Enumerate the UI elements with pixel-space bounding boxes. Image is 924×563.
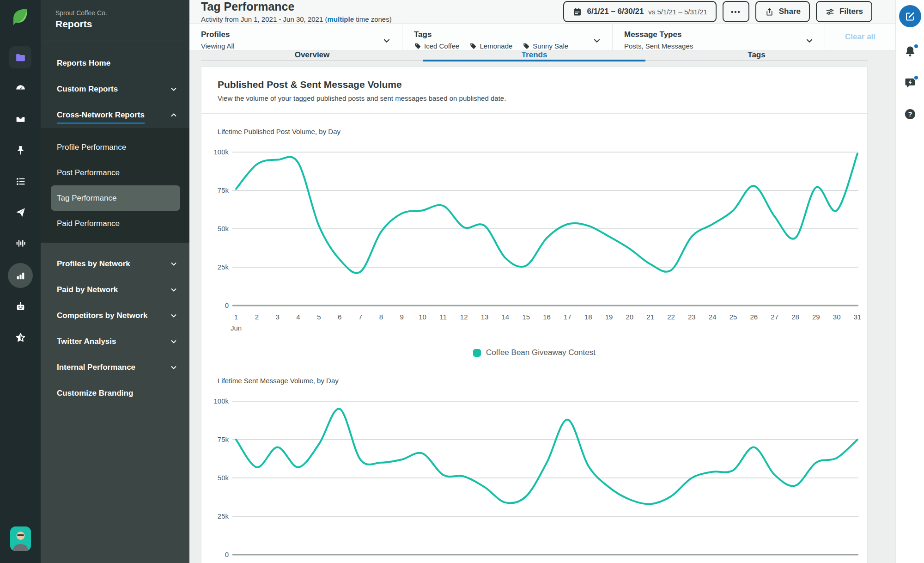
sidebar-item-label: Twitter Analysis — [57, 337, 116, 346]
sidebar-item-paid-performance[interactable]: Paid Performance — [41, 211, 189, 236]
tags-filter-values: Iced CoffeeLemonadeSunny Sale — [414, 42, 575, 50]
multiple-timezones-link[interactable]: multiple — [327, 15, 354, 23]
feedback-bubble-icon[interactable] — [903, 76, 917, 90]
main-content: Tag Performance Activity from Jun 1, 202… — [189, 0, 895, 563]
sidebar-item-label: Customize Branding — [57, 389, 133, 398]
date-range-button[interactable]: 6/1/21 – 6/30/21 vs 5/1/21 – 5/31/21 — [563, 1, 717, 22]
reports-sidenav: Sprout Coffee Co. Reports Reports HomeCu… — [41, 0, 189, 563]
tags-filter-label: Tags — [414, 30, 575, 39]
gauge-icon[interactable] — [9, 77, 31, 99]
tags-filter[interactable]: Tags Iced CoffeeLemonadeSunny Sale — [402, 24, 613, 50]
svg-text:6: 6 — [338, 313, 341, 321]
message-types-filter-value: Posts, Sent Messages — [624, 42, 693, 50]
user-avatar[interactable] — [10, 526, 31, 551]
clear-all-button[interactable]: Clear all — [825, 24, 895, 50]
sidebar-item-competitors-by-network[interactable]: Competitors by Network — [41, 303, 189, 329]
svg-text:15: 15 — [522, 313, 530, 321]
tag-icon — [414, 43, 421, 50]
tab-tags[interactable]: Tags — [645, 50, 868, 61]
notifications-bell-icon[interactable] — [903, 45, 917, 59]
pin-icon[interactable] — [9, 139, 31, 161]
chevron-down-icon — [170, 312, 177, 319]
inbox-icon[interactable] — [9, 108, 31, 130]
chevron-up-icon — [170, 111, 177, 119]
filters-sliders-icon — [825, 7, 835, 17]
sidebar-item-twitter-analysis[interactable]: Twitter Analysis — [41, 329, 189, 355]
svg-text:20: 20 — [626, 313, 633, 321]
sent-message-chart-label: Lifetime Sent Message Volume, by Day — [218, 377, 867, 385]
svg-text:22: 22 — [667, 313, 675, 321]
sidebar-item-post-performance[interactable]: Post Performance — [41, 160, 189, 185]
bar-chart-reports-icon[interactable] — [8, 263, 33, 288]
chevron-down-icon — [170, 86, 177, 93]
star-icon[interactable] — [9, 326, 31, 349]
tag-name: Iced Coffee — [424, 42, 459, 50]
compose-pencil-icon — [905, 11, 916, 22]
message-types-filter[interactable]: Message Types Posts, Sent Messages — [613, 24, 825, 50]
page-subtitle: Activity from Jun 1, 2021 - Jun 30, 2021… — [201, 15, 392, 23]
sidenav-submenu-list: Profile PerformancePost PerformanceTag P… — [41, 128, 189, 243]
sidebar-item-profiles-by-network[interactable]: Profiles by Network — [41, 251, 189, 277]
robot-icon[interactable] — [9, 295, 31, 318]
sidebar-item-reports-home[interactable]: Reports Home — [41, 50, 189, 76]
sidebar-item-internal-performance[interactable]: Internal Performance — [41, 355, 189, 380]
filters-button[interactable]: Filters — [816, 1, 872, 22]
profiles-filter-value: Viewing All — [201, 42, 234, 50]
subtitle-text-suffix: time zones) — [354, 15, 392, 23]
svg-text:26: 26 — [750, 313, 758, 321]
subtitle-text: Activity from Jun 1, 2021 - Jun 30, 2021… — [201, 15, 327, 23]
svg-text:25k: 25k — [218, 512, 229, 520]
message-types-filter-label: Message Types — [624, 30, 693, 39]
svg-text:0: 0 — [225, 551, 229, 558]
help-question-icon[interactable]: ? — [903, 108, 917, 122]
svg-text:8: 8 — [379, 313, 383, 321]
svg-text:7: 7 — [359, 313, 362, 321]
waveform-icon[interactable] — [9, 232, 31, 254]
svg-text:75k: 75k — [218, 435, 229, 443]
sidebar-item-customize-branding[interactable]: Customize Branding — [41, 380, 189, 406]
sidebar-item-cross-network-reports[interactable]: Cross-Network Reports — [41, 102, 189, 128]
published-post-volume-chart: 100k75k50k25k012345678910111213141516171… — [201, 138, 867, 336]
sidebar-item-custom-reports[interactable]: Custom Reports — [41, 76, 189, 102]
date-compare-value: vs 5/1/21 – 5/31/21 — [648, 8, 707, 16]
legend-swatch — [473, 349, 481, 357]
filter-bar: Profiles Viewing All Tags Iced CoffeeLem… — [189, 23, 895, 50]
sidebar-item-tag-performance[interactable]: Tag Performance — [51, 185, 180, 211]
chevron-down-icon — [593, 37, 601, 45]
svg-text:28: 28 — [791, 313, 799, 321]
compose-button[interactable] — [899, 5, 921, 27]
sidebar-item-profile-performance[interactable]: Profile Performance — [41, 135, 189, 160]
paper-plane-icon[interactable] — [9, 201, 31, 223]
svg-text:50k: 50k — [218, 474, 229, 482]
app-root: Sprout Coffee Co. Reports Reports HomeCu… — [0, 0, 924, 563]
date-range-value: 6/1/21 – 6/30/21 — [587, 7, 644, 16]
svg-text:Jun: Jun — [231, 324, 242, 332]
chevron-down-icon — [170, 286, 177, 294]
sidebar-item-label: Post Performance — [57, 168, 120, 177]
tag-pill-lemonade: Lemonade — [469, 42, 512, 50]
profiles-filter[interactable]: Profiles Viewing All — [189, 24, 402, 50]
svg-text:75k: 75k — [218, 186, 229, 194]
chart-legend: Coffee Bean Giveaway Contest — [201, 348, 867, 357]
svg-text:30: 30 — [833, 313, 841, 321]
tag-pill-iced-coffee: Iced Coffee — [414, 42, 459, 50]
more-options-button[interactable]: ••• — [723, 1, 749, 22]
global-nav-rail — [0, 0, 41, 563]
folder-icon[interactable] — [9, 46, 31, 68]
sidenav-upper-list: Reports HomeCustom ReportsCross-Network … — [41, 41, 189, 128]
sidenav-lower-list: Profiles by NetworkPaid by NetworkCompet… — [41, 243, 189, 563]
svg-text:16: 16 — [543, 313, 551, 321]
sidebar-item-label: Reports Home — [57, 59, 110, 68]
svg-text:12: 12 — [460, 313, 468, 321]
svg-text:13: 13 — [481, 313, 489, 321]
tab-overview[interactable]: Overview — [201, 50, 423, 61]
svg-text:5: 5 — [317, 313, 321, 321]
sidebar-item-paid-by-network[interactable]: Paid by Network — [41, 277, 189, 303]
svg-text:14: 14 — [501, 313, 509, 321]
tab-trends[interactable]: Trends — [423, 50, 645, 61]
share-button[interactable]: Share — [755, 1, 810, 22]
svg-text:18: 18 — [584, 313, 592, 321]
list-icon[interactable] — [9, 170, 31, 192]
share-label: Share — [779, 7, 801, 16]
chevron-down-icon — [170, 260, 177, 268]
